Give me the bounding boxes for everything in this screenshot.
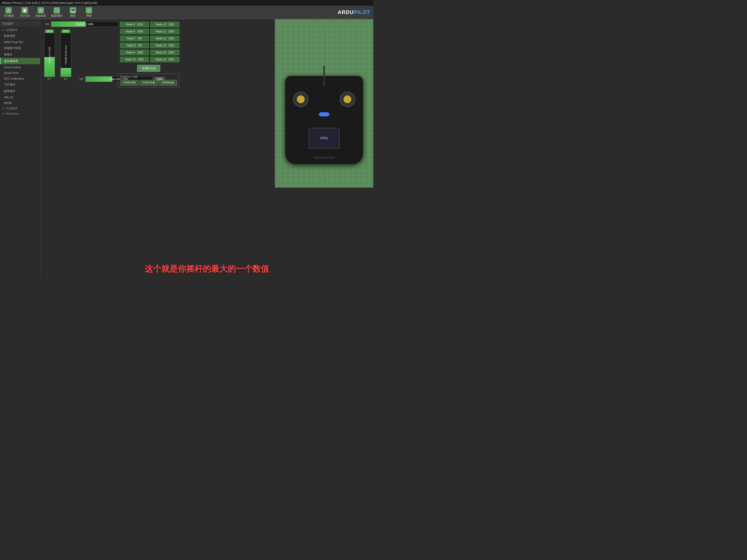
sidebar-item-compass[interactable]: 指南针 bbox=[0, 51, 40, 58]
sidebar-item-frame-type[interactable]: 机架类型 bbox=[0, 33, 40, 39]
content-area: 991 Roll (rc1) 1486 2010 2010 Pitch (rc2… bbox=[40, 19, 374, 280]
radio-12-btn: Radio 12 1000 bbox=[150, 36, 179, 41]
pitch-slider-container: 2010 Pitch (rc2) 1320 987 bbox=[42, 30, 56, 80]
toolbar-help-label: 帮助 bbox=[86, 14, 92, 18]
dsm8-button[interactable]: DSM8对频 bbox=[159, 80, 177, 85]
required-hardware-label: >> 必要硬件 bbox=[2, 28, 18, 32]
roll-slider-label: Roll (rc1) 1486 bbox=[76, 23, 93, 26]
sidebar-item-hw-id[interactable]: HW_ID bbox=[0, 94, 40, 100]
radio-16-btn: Radio 16 1500 bbox=[150, 57, 179, 62]
sidebar-item-failsafe[interactable]: 故障保护 bbox=[0, 88, 40, 94]
rc-body: FPU RADIOMASTER bbox=[285, 76, 363, 164]
radio-channels-area: Radio 5 2010 Radio 10 1000 Radio 6 1500 … bbox=[118, 22, 179, 87]
initial-tune-label: Initial Tune Par: bbox=[4, 41, 24, 44]
sidebar-item-adsb[interactable]: ADSB bbox=[0, 100, 40, 106]
advanced-group[interactable]: >> Advanced bbox=[0, 111, 40, 116]
radio-11-btn: Radio 11 1000 bbox=[150, 29, 179, 34]
radio-5-btn: Radio 5 2010 bbox=[120, 22, 149, 27]
rc-controller-image: FPU RADIOMASTER bbox=[275, 19, 374, 188]
radio-buttons-grid: Radio 5 2010 Radio 10 1000 Radio 6 1500 … bbox=[120, 22, 179, 62]
radio-8-btn: Radio 8 987 bbox=[120, 43, 149, 48]
pitch-top-value: 2010 bbox=[45, 30, 53, 33]
rc-screen: FPU bbox=[309, 128, 340, 149]
initial-setup-icon: ⚙ bbox=[37, 7, 44, 14]
pitch-bottom-value: 987 bbox=[48, 78, 51, 80]
frame-type-label: 机架类型 bbox=[4, 34, 15, 37]
servo-output-label: Servo Output bbox=[4, 66, 21, 69]
dsmx-button[interactable]: DSMX对频 bbox=[139, 80, 158, 85]
radio-13-btn: Radio 13 1500 bbox=[150, 43, 179, 48]
sidebar-item-radio-cal[interactable]: 遥控器校准 bbox=[0, 58, 40, 64]
throttle-bottom-value: 987 bbox=[64, 78, 68, 80]
flight-plan-icon: 📋 bbox=[22, 7, 28, 14]
esc-cal-label: ESC Calibration bbox=[4, 77, 24, 80]
advanced-label: >> Advanced bbox=[2, 112, 19, 115]
complete-button[interactable]: 完成时点击 bbox=[137, 65, 160, 72]
vertical-sliders-area: 2010 Pitch (rc2) 1320 987 2010 Throttle … bbox=[42, 30, 73, 82]
accel-cal-label: 加速度计校准 bbox=[4, 46, 21, 50]
rc-joystick-left-knob bbox=[297, 95, 305, 103]
toolbar-initial-setup[interactable]: ⚙ 初始设置 bbox=[33, 6, 48, 18]
toolbar-simulation[interactable]: 💻 模拟 bbox=[65, 6, 80, 18]
radio-6-btn: Radio 6 1500 bbox=[120, 29, 149, 34]
rc-joystick-right-knob bbox=[343, 95, 351, 103]
radiomaster-label: RADIOMASTER bbox=[314, 157, 335, 159]
toolbar-config-label: 配置/调试 bbox=[51, 14, 62, 18]
sidebar-item-flight-modes[interactable]: 飞行模式 bbox=[0, 81, 40, 88]
sidebar-item-esc-cal[interactable]: ESC Calibration bbox=[0, 76, 40, 81]
toolbar-flight-data[interactable]: ✈ 飞行数据 bbox=[1, 6, 16, 18]
simulation-icon: 💻 bbox=[70, 7, 76, 14]
optional-hardware-group[interactable]: >> 可选硬件 bbox=[0, 106, 40, 111]
radio-15-btn: Radio 15 1500 bbox=[120, 57, 149, 62]
toolbar-help[interactable]: ? 帮助 bbox=[81, 6, 97, 18]
toolbar: ✈ 飞行数据 📋 飞行计划 ⚙ 初始设置 🔧 配置/调试 💻 模拟 ? 帮助 A… bbox=[0, 6, 374, 19]
adsb-label: ADSB bbox=[4, 101, 12, 104]
toolbar-config[interactable]: 🔧 配置/调试 bbox=[49, 6, 64, 18]
spektrum-buttons: DSM2对频 DSMX对频 DSM8对频 bbox=[120, 80, 177, 85]
rc-antenna bbox=[323, 66, 325, 86]
toolbar-flight-plan-label: 飞行计划 bbox=[20, 14, 30, 18]
required-hardware-group[interactable]: >> 必要硬件 bbox=[0, 27, 40, 33]
config-icon: 🔧 bbox=[54, 7, 60, 14]
dsm2-button[interactable]: DSM2对频 bbox=[120, 80, 138, 85]
sidebar-item-serial-ports[interactable]: Serial Ports bbox=[0, 70, 40, 76]
complete-btn-area: 完成时点击 bbox=[118, 64, 179, 72]
logo-pilot: PILOT bbox=[354, 9, 370, 15]
roll-min-label: 991 bbox=[42, 23, 50, 26]
title-bar: Mission Planner 1.3.81 build 1.3.8741.25… bbox=[0, 0, 374, 6]
subtitle-text: 这个就是你摇杆的最大的一个数值 bbox=[40, 263, 374, 275]
rc-joystick-right bbox=[340, 92, 355, 107]
flight-modes-label: 飞行模式 bbox=[4, 83, 15, 86]
radio-10-btn: Radio 10 1000 bbox=[150, 22, 179, 27]
sidebar-item-accel-cal[interactable]: 加速度计校准 bbox=[0, 45, 40, 51]
roll-slider-track: Roll (rc1) 1486 bbox=[51, 21, 119, 27]
spektrum-section: Spektrum 对频 DSM2对频 DSMX对频 DSM8对频 bbox=[118, 73, 179, 87]
toolbar-flight-data-label: 飞行数据 bbox=[3, 14, 14, 18]
serial-ports-label: Serial Ports bbox=[4, 71, 19, 74]
rc-controller: FPU RADIOMASTER bbox=[283, 71, 366, 180]
title-text: Mission Planner 1.3.81 build 1.3.8741.25… bbox=[2, 1, 98, 4]
rc-joystick-left bbox=[293, 92, 309, 107]
pitch-slider-track: Pitch (rc2) 1320 bbox=[44, 33, 55, 77]
sidebar-item-initial-tune[interactable]: Initial Tune Par: bbox=[0, 39, 40, 45]
yaw-min-label: 987 bbox=[76, 78, 84, 81]
throttle-center-label: Throttle (rc3) 1124 bbox=[65, 45, 67, 65]
radio-cal-label: 遥控器校准 bbox=[4, 59, 18, 62]
rc-screen-text: FPU bbox=[320, 136, 328, 140]
toolbar-simulation-label: 模拟 bbox=[70, 14, 75, 18]
throttle-top-value: 2010 bbox=[61, 30, 70, 33]
logo-ardu: ARDU bbox=[338, 9, 354, 15]
help-icon: ? bbox=[86, 7, 92, 14]
throttle-slider-fill bbox=[61, 68, 71, 77]
flight-data-icon: ✈ bbox=[5, 7, 12, 14]
sidebar-item-servo-output[interactable]: Servo Output bbox=[0, 64, 40, 70]
radio-9-btn: Radio 9 1000 bbox=[120, 50, 149, 55]
pitch-center-label: Pitch (rc2) 1320 bbox=[48, 47, 51, 63]
compass-label: 指南针 bbox=[4, 53, 12, 56]
failsafe-label: 故障保护 bbox=[4, 90, 15, 93]
sidebar: 安装固件 >> 必要硬件 机架类型 Initial Tune Par: 加速度计… bbox=[0, 19, 40, 280]
yaw-slider-fill bbox=[85, 76, 112, 82]
toolbar-flight-plan[interactable]: 📋 飞行计划 bbox=[17, 6, 32, 18]
spektrum-label: Spektrum 对频 bbox=[120, 75, 177, 79]
toolbar-initial-setup-label: 初始设置 bbox=[35, 14, 46, 18]
